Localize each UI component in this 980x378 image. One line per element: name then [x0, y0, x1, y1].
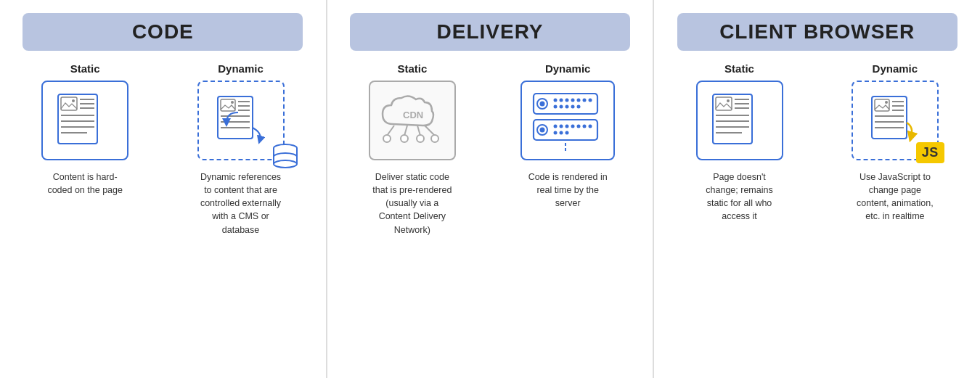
delivery-columns: Static CDN [335, 62, 646, 365]
svg-point-34 [401, 135, 408, 142]
client-dynamic-desc: Use JavaScript to change page content, a… [852, 170, 939, 223]
svg-rect-1 [61, 97, 77, 110]
svg-point-56 [559, 125, 563, 128]
database-icon [271, 143, 299, 175]
delivery-dynamic-icon-box [520, 81, 615, 160]
code-static-desc: Content is hard-coded on the page [41, 170, 128, 197]
svg-line-30 [404, 126, 407, 136]
code-dynamic-icon-box [197, 81, 285, 160]
svg-point-55 [553, 125, 557, 128]
svg-point-62 [553, 131, 557, 135]
svg-point-58 [571, 125, 574, 128]
delivery-dynamic-label: Dynamic [545, 62, 591, 75]
code-static-col: Static [7, 62, 163, 365]
client-static-col: Static Pa [661, 62, 817, 365]
svg-point-2 [72, 99, 75, 102]
svg-point-54 [539, 128, 544, 133]
svg-point-68 [727, 99, 730, 102]
delivery-static-desc: Deliver static code that is pre-rendered… [369, 170, 456, 237]
svg-point-50 [571, 105, 574, 109]
svg-point-45 [582, 99, 586, 102]
code-dynamic-col: Dynamic [163, 62, 318, 365]
section-client: CLIENT BROWSER Static [654, 0, 980, 378]
svg-point-47 [553, 105, 557, 109]
svg-point-49 [565, 105, 568, 109]
code-dynamic-desc: Dynamic references to content that are c… [197, 170, 285, 237]
svg-point-46 [588, 99, 592, 102]
main-container: CODE Static [0, 0, 980, 378]
code-static-icon-box [41, 81, 128, 160]
svg-point-63 [559, 131, 563, 135]
client-header: CLIENT BROWSER [677, 13, 957, 51]
delivery-static-label: Static [397, 62, 427, 75]
svg-point-12 [231, 101, 234, 104]
svg-rect-67 [716, 97, 732, 110]
svg-point-39 [539, 102, 544, 107]
svg-point-35 [417, 135, 424, 142]
code-static-label: Static [70, 62, 100, 75]
svg-line-29 [387, 126, 394, 136]
svg-point-40 [553, 99, 557, 102]
code-columns: Static [7, 62, 319, 365]
client-static-icon-box [696, 81, 783, 160]
svg-point-64 [565, 131, 568, 135]
client-title: CLIENT BROWSER [719, 20, 915, 43]
svg-point-42 [565, 99, 568, 102]
svg-point-43 [571, 99, 574, 102]
svg-point-78 [885, 101, 888, 104]
client-columns: Static Pa [661, 62, 973, 365]
svg-point-36 [431, 135, 438, 142]
back-arrow-icon [221, 110, 242, 130]
svg-point-61 [588, 125, 592, 128]
svg-point-27 [274, 160, 297, 168]
section-code: CODE Static [0, 0, 327, 378]
svg-text:CDN: CDN [403, 110, 423, 120]
client-document-js-icon [869, 95, 921, 146]
client-dynamic-col: Dynamic [817, 62, 973, 365]
delivery-header: DELIVERY [350, 13, 630, 51]
client-document-static-icon [707, 91, 772, 149]
svg-point-33 [383, 135, 391, 142]
delivery-static-icon-box: CDN [369, 81, 456, 160]
svg-point-59 [576, 125, 580, 128]
document-static-icon [52, 91, 118, 149]
client-dynamic-icon-box: JS [852, 81, 939, 160]
svg-line-31 [417, 126, 420, 136]
svg-line-32 [425, 126, 435, 136]
delivery-title: DELIVERY [437, 20, 544, 43]
svg-point-48 [559, 105, 563, 109]
code-header: CODE [23, 13, 303, 51]
section-delivery: DELIVERY Static CDN [327, 0, 655, 378]
client-dynamic-label: Dynamic [873, 62, 918, 75]
svg-point-60 [582, 125, 586, 128]
svg-point-57 [565, 125, 568, 128]
cdn-icon: CDN [372, 86, 452, 155]
code-dynamic-label: Dynamic [218, 62, 264, 75]
delivery-dynamic-desc: Code is rendered in real time by the ser… [524, 170, 611, 210]
code-title: CODE [132, 20, 194, 43]
svg-point-44 [576, 99, 580, 102]
client-static-desc: Page doesn't change; remains static for … [696, 170, 783, 223]
client-static-label: Static [724, 62, 754, 75]
js-badge: JS [916, 142, 944, 163]
svg-point-41 [559, 99, 563, 102]
delivery-static-col: Static CDN [335, 62, 490, 365]
svg-point-51 [576, 105, 580, 109]
delivery-dynamic-col: Dynamic [490, 62, 645, 365]
server-icon [526, 88, 610, 153]
